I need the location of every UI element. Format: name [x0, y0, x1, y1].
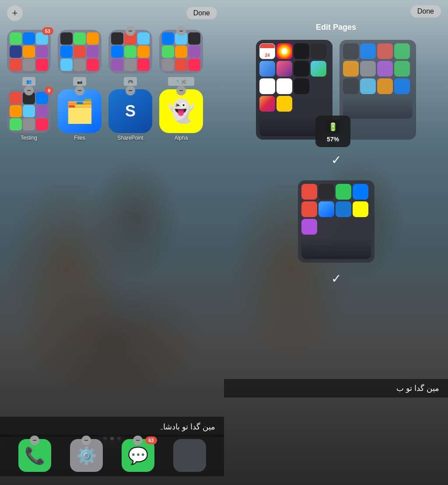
- fa9: [36, 59, 48, 71]
- t2b1: [343, 61, 359, 77]
- left-done-button[interactable]: Done: [186, 7, 217, 19]
- t2b3: [377, 61, 393, 77]
- fc8: [124, 59, 136, 71]
- fa4: [10, 46, 22, 58]
- folder3-minus[interactable]: −: [126, 26, 135, 36]
- right-top-bar: Done: [224, 0, 448, 23]
- right-lyrics-bar: مین گدا تو ب: [224, 379, 448, 397]
- t3b1: [301, 201, 317, 217]
- fc1: [111, 32, 123, 45]
- phone-dock-item: − 📞: [18, 439, 51, 472]
- fb7: [60, 59, 73, 71]
- thumb-row-3c: [301, 219, 371, 235]
- folder4-icon[interactable]: −: [159, 30, 203, 74]
- add-page-button[interactable]: +: [7, 5, 23, 21]
- sharepoint-app-icon[interactable]: − S: [108, 89, 152, 133]
- thumb-row-3a: [301, 184, 371, 200]
- t2c2: [360, 78, 376, 94]
- app-row2: − 9 Testing − 🗂️: [0, 88, 224, 143]
- thumb3-scrim: [301, 237, 371, 259]
- messages-minus[interactable]: −: [133, 436, 143, 445]
- files-app-container: − 🗂️ Files: [58, 89, 102, 141]
- settings-dock-item: − ⚙️: [70, 439, 103, 472]
- fa2: [23, 32, 35, 45]
- left-content: + Done 53: [0, 0, 224, 485]
- multi-dock-item: [173, 439, 206, 472]
- fc4: [111, 46, 123, 58]
- folder4-minus[interactable]: −: [176, 26, 186, 36]
- fd4: [162, 46, 174, 58]
- fb6: [87, 46, 99, 58]
- folder1-badge: 53: [42, 27, 53, 35]
- camera-small-icon: 📷: [73, 77, 86, 86]
- thumb-row-2a: [343, 43, 413, 59]
- page-thumb-2[interactable]: [340, 40, 416, 140]
- gamepad-icon: 🎮: [124, 77, 137, 86]
- fd1: [162, 32, 174, 45]
- thumb-notes: [276, 96, 292, 112]
- pages-row-1: 🔋 57%: [256, 40, 416, 140]
- sharepoint-minus[interactable]: −: [126, 86, 135, 95]
- t3a3: [336, 184, 351, 200]
- thumb-row-1a: [259, 43, 329, 59]
- fa7: [10, 59, 22, 71]
- testing-folder-icon[interactable]: − 9: [7, 89, 51, 133]
- t2c4: [394, 78, 410, 94]
- right-done-button[interactable]: Done: [410, 5, 441, 18]
- page-thumb-1-inner: 🔋 57%: [259, 43, 329, 136]
- t2b2: [360, 61, 376, 77]
- t2c3: [377, 78, 393, 94]
- settings-gear-glyph: ⚙️: [76, 446, 97, 465]
- files-label: Files: [74, 135, 85, 141]
- t2a1: [343, 43, 359, 59]
- thumb-chrome: [276, 78, 292, 94]
- folder2-container: [58, 30, 102, 74]
- edit-pages-title: Edit Pages: [224, 23, 448, 35]
- fa1: [10, 32, 22, 45]
- messages-badge: 63: [145, 436, 157, 444]
- messages-dock-item: − 63 💬: [122, 439, 154, 472]
- sharepoint-label: SharePoint: [117, 135, 143, 141]
- fd8: [175, 59, 187, 71]
- page-thumb-1[interactable]: 🔋 57%: [256, 40, 332, 140]
- phone-minus[interactable]: −: [30, 436, 39, 445]
- multi-dock-icon[interactable]: [173, 439, 206, 472]
- t3c1: [301, 219, 317, 235]
- files-app-icon[interactable]: − 🗂️: [58, 89, 102, 133]
- files-minus[interactable]: −: [75, 86, 84, 95]
- folder2-icon[interactable]: [58, 30, 102, 74]
- fd9: [188, 59, 200, 71]
- checkmark-2: ✓: [224, 269, 448, 288]
- alpha-minus[interactable]: −: [176, 86, 186, 95]
- thumb-row-2b: [343, 61, 413, 77]
- t3a4: [353, 184, 368, 200]
- settings-minus[interactable]: −: [81, 436, 91, 445]
- fc3: [137, 32, 150, 45]
- fd5: [175, 46, 187, 58]
- lyrics-bar: مین گدا تو بادشاہ: [0, 417, 224, 437]
- people-icon: 👥: [22, 77, 35, 86]
- fd6: [188, 46, 200, 58]
- thumb-row-1d: [259, 96, 329, 112]
- testing-minus[interactable]: −: [24, 86, 34, 95]
- battery-tooltip-icon: 🔋: [326, 120, 340, 134]
- testing-badge: 9: [45, 87, 53, 95]
- page-thumb-3[interactable]: [298, 180, 374, 263]
- thumb-row-2c: [343, 78, 413, 94]
- thumb-cal: [259, 43, 275, 59]
- fb2: [74, 32, 86, 45]
- thumb-insta: [259, 96, 275, 112]
- thumb-calc: [294, 61, 309, 77]
- messages-glyph: 💬: [128, 446, 148, 465]
- fd7: [162, 59, 174, 71]
- fb4: [60, 46, 73, 58]
- alpha-app-icon[interactable]: − 👻: [159, 89, 203, 133]
- thumb-row-1c: 🔋 57%: [259, 78, 329, 94]
- thumb-clock: [294, 43, 309, 59]
- thumb-row-1b: [259, 61, 329, 77]
- sharepoint-app-container: − S SharePoint: [108, 89, 152, 141]
- t2a3: [377, 43, 393, 59]
- folder3-icon[interactable]: −: [108, 30, 152, 74]
- fb3: [87, 32, 99, 45]
- folder1-icon[interactable]: 53: [7, 30, 51, 74]
